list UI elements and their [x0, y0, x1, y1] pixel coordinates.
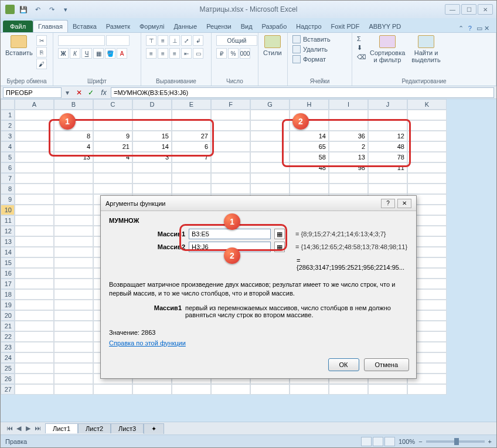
styles-button[interactable]: Стили	[263, 35, 282, 56]
col-header-K[interactable]: K	[407, 99, 447, 110]
cell-I27[interactable]	[329, 384, 368, 395]
cell-A22[interactable]	[15, 331, 54, 342]
cell-B10[interactable]	[54, 205, 93, 215]
col-header-F[interactable]: F	[211, 99, 250, 110]
row-header-18[interactable]: 18	[1, 289, 15, 300]
cell-K8[interactable]	[407, 184, 447, 194]
cell-J1[interactable]	[368, 110, 407, 120]
ribbon-options-icon[interactable]: ▭ ✕	[476, 25, 489, 32]
cell-B17[interactable]	[54, 279, 93, 289]
align-right-icon[interactable]: ≡	[169, 48, 180, 59]
cut-icon[interactable]: ✂	[36, 35, 47, 46]
cell-F1[interactable]	[211, 110, 250, 120]
tab-data[interactable]: Данные	[169, 21, 202, 32]
cell-J3[interactable]: 12	[368, 131, 407, 141]
cell-A21[interactable]	[15, 321, 54, 331]
cell-B14[interactable]	[54, 247, 93, 257]
redo-icon[interactable]: ↷	[46, 4, 57, 15]
arg1-input[interactable]	[189, 229, 271, 239]
format-cells-button[interactable]: Формат	[292, 55, 326, 63]
cell-A17[interactable]	[15, 279, 54, 289]
cell-I8[interactable]	[329, 184, 368, 194]
cell-G8[interactable]	[250, 184, 290, 194]
cell-I7[interactable]	[329, 173, 368, 184]
tab-review[interactable]: Рецензи	[202, 21, 236, 32]
col-header-H[interactable]: H	[290, 99, 329, 110]
cell-B21[interactable]	[54, 321, 93, 331]
wrap-text-icon[interactable]: ↲	[193, 35, 203, 46]
dialog-titlebar[interactable]: Аргументы функции ? ✕	[101, 196, 416, 211]
cell-A26[interactable]	[15, 374, 54, 384]
enter-formula-icon[interactable]: ✓	[85, 89, 97, 97]
minimize-button[interactable]: —	[445, 4, 460, 15]
cell-B16[interactable]	[54, 268, 93, 279]
col-header-E[interactable]: E	[172, 99, 211, 110]
merge-icon[interactable]: ▭	[193, 48, 203, 59]
dialog-help-link[interactable]: Справка по этой функции	[109, 340, 186, 347]
formula-input[interactable]: =МУМНОЖ(B3:E5;H3:J6)	[111, 87, 494, 98]
cell-D4[interactable]: 14	[132, 141, 172, 152]
cell-E6[interactable]	[172, 162, 211, 173]
row-header-19[interactable]: 19	[1, 300, 15, 310]
select-all-corner[interactable]	[1, 99, 15, 110]
cell-D2[interactable]	[132, 120, 172, 131]
cell-B8[interactable]	[54, 184, 93, 194]
cell-J27[interactable]	[368, 384, 407, 395]
tab-addins[interactable]: Надстро	[291, 21, 326, 32]
row-header-14[interactable]: 14	[1, 247, 15, 257]
dialog-close-button[interactable]: ✕	[397, 199, 411, 208]
zoom-slider[interactable]	[426, 440, 485, 443]
cell-D3[interactable]: 15	[132, 131, 172, 141]
cell-A23[interactable]	[15, 342, 54, 352]
cell-A9[interactable]	[15, 194, 54, 205]
new-sheet-button[interactable]: ✦	[144, 423, 164, 434]
cell-F8[interactable]	[211, 184, 250, 194]
row-header-20[interactable]: 20	[1, 310, 15, 321]
align-center-icon[interactable]: ≡	[158, 48, 168, 59]
cell-A14[interactable]	[15, 247, 54, 257]
row-header-4[interactable]: 4	[1, 141, 15, 152]
tab-developer[interactable]: Разрабо	[257, 21, 292, 32]
paste-button[interactable]: Вставить	[5, 35, 33, 56]
cell-A25[interactable]	[15, 363, 54, 374]
cell-D1[interactable]	[132, 110, 172, 120]
help-icon[interactable]: ?	[468, 25, 472, 32]
cell-A4[interactable]	[15, 141, 54, 152]
row-header-2[interactable]: 2	[1, 120, 15, 131]
orientation-icon[interactable]: ⤢	[181, 35, 192, 46]
align-bottom-icon[interactable]: ⊥	[169, 35, 180, 46]
tab-file[interactable]: Файл	[3, 21, 33, 32]
cell-H7[interactable]	[290, 173, 329, 184]
zoom-in-button[interactable]: +	[488, 438, 492, 445]
cell-J8[interactable]	[368, 184, 407, 194]
cell-C1[interactable]	[93, 110, 132, 120]
row-header-11[interactable]: 11	[1, 215, 15, 226]
cell-D5[interactable]: 3	[132, 152, 172, 162]
cell-K3[interactable]	[407, 131, 447, 141]
tab-nav[interactable]: ⏮◀▶⏭	[5, 425, 42, 432]
row-header-6[interactable]: 6	[1, 162, 15, 173]
cell-K5[interactable]	[407, 152, 447, 162]
cell-B22[interactable]	[54, 331, 93, 342]
tab-insert[interactable]: Вставка	[68, 21, 101, 32]
col-header-J[interactable]: J	[368, 99, 407, 110]
cell-G6[interactable]	[250, 162, 290, 173]
cell-I2[interactable]	[329, 120, 368, 131]
cell-D7[interactable]	[132, 173, 172, 184]
cell-K27[interactable]	[407, 384, 447, 395]
cell-B2[interactable]	[54, 120, 93, 131]
cell-H2[interactable]	[290, 120, 329, 131]
row-header-9[interactable]: 9	[1, 194, 15, 205]
delete-cells-button[interactable]: Удалить	[292, 45, 328, 53]
row-header-24[interactable]: 24	[1, 352, 15, 363]
cell-E7[interactable]	[172, 173, 211, 184]
format-painter-icon[interactable]: 🖌	[36, 59, 47, 69]
find-select-button[interactable]: Найти и выделить	[409, 35, 444, 63]
cell-A3[interactable]	[15, 131, 54, 141]
cell-H4[interactable]: 65	[290, 141, 329, 152]
cell-K1[interactable]	[407, 110, 447, 120]
cell-D6[interactable]	[132, 162, 172, 173]
row-header-10[interactable]: 10	[1, 205, 15, 215]
cell-H8[interactable]	[290, 184, 329, 194]
currency-icon[interactable]: ₽	[216, 48, 227, 59]
